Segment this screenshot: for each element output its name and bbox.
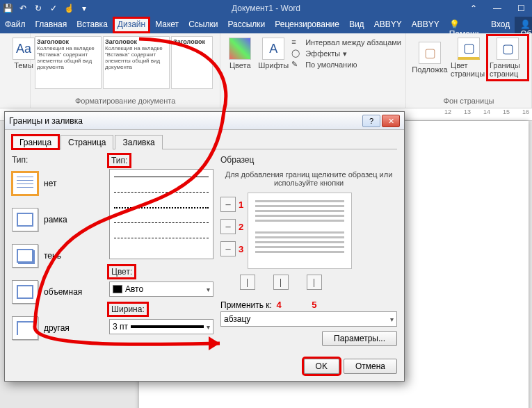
effects-icon: ◯ — [291, 49, 303, 58]
effects-label: Эффекты — [305, 49, 340, 58]
spacing-label: Интервал между абзацами — [305, 38, 401, 47]
fonts-button[interactable]: A Шрифты — [255, 36, 291, 71]
colors-button[interactable]: Цвета — [225, 36, 255, 71]
help-button[interactable]: 💡 Помощь — [444, 17, 486, 33]
border-vmid-toggle[interactable]: │ — [273, 275, 289, 290]
dialog-tab-border[interactable]: Граница — [12, 135, 59, 149]
chevron-down-icon: ▾ — [207, 323, 210, 331]
group-label-formatting: Форматирование документа — [35, 95, 216, 106]
share-button[interactable]: 👤 Общий доступ — [515, 17, 532, 33]
dialog-tab-page[interactable]: Страница — [61, 135, 113, 149]
save-icon[interactable]: 💾 — [3, 3, 13, 13]
tab-view[interactable]: Вид — [344, 17, 369, 33]
annotation-num: 2 — [239, 222, 243, 232]
setting-option-label: тень — [44, 251, 61, 261]
color-dropdown[interactable]: Авто▾ — [109, 281, 213, 297]
sample-label: Образец — [220, 155, 397, 165]
tab-abbyy-1[interactable]: ABBYY — [369, 17, 407, 33]
setting-3d[interactable]: объемная — [12, 280, 102, 304]
width-dropdown[interactable]: 3 пт▾ — [109, 319, 213, 334]
parameters-button[interactable]: Параметры... — [322, 331, 397, 346]
style-label: Тип: — [109, 155, 129, 166]
dialog-tabs: Граница Страница Заливка — [12, 134, 397, 149]
page-borders-icon: ▢ — [497, 38, 519, 60]
default-icon: ✎ — [291, 60, 303, 70]
apply-value: абзацу — [224, 314, 250, 324]
undo-icon[interactable]: ↶ — [18, 3, 28, 13]
watermark-icon: ▢ — [419, 42, 441, 64]
dialog-title: Границы и заливка — [9, 116, 83, 126]
paragraph-spacing-button[interactable]: ≡Интервал между абзацами — [291, 38, 401, 47]
tab-insert[interactable]: Вставка — [72, 17, 113, 33]
border-mid-toggle[interactable]: ─ — [220, 219, 236, 234]
annotation-num: 1 — [239, 199, 243, 210]
dialog-titlebar[interactable]: Границы и заливка ? ✕ — [5, 112, 404, 130]
tab-home[interactable]: Главная — [31, 17, 72, 33]
touch-icon[interactable]: ☝ — [64, 3, 74, 13]
tab-file[interactable]: Файл — [0, 17, 31, 33]
page-borders-button[interactable]: ▢ Границы страниц — [488, 36, 527, 79]
setting-custom[interactable]: другая — [12, 316, 102, 340]
tab-design[interactable]: Дизайн — [113, 17, 150, 33]
style-gallery[interactable]: ЗаголовокКоллекция на вкладке "Вставка" … — [35, 36, 216, 89]
apply-to-dropdown[interactable]: абзацу▾ — [220, 311, 397, 327]
ribbon-tabs: Файл Главная Вставка Дизайн Макет Ссылки… — [0, 17, 532, 33]
ruler-tick: 12 — [444, 108, 451, 115]
fonts-icon: A — [262, 38, 284, 60]
set-default-button[interactable]: ✎По умолчанию — [291, 60, 401, 70]
ribbon-options-icon[interactable]: ⌃ — [465, 3, 482, 13]
dialog-tab-fill[interactable]: Заливка — [115, 135, 162, 149]
dialog-close-icon[interactable]: ✕ — [382, 115, 400, 127]
sample-note: Для добавления границ щелкните образец и… — [220, 170, 397, 187]
annotation-num: 5 — [312, 300, 316, 310]
setting-option-label: другая — [44, 323, 70, 333]
style-listbox[interactable] — [109, 169, 213, 259]
fonts-label: Шрифты — [258, 61, 289, 70]
style-thumb[interactable]: ЗаголовокКоллекция на вкладке "Вставка" … — [35, 36, 102, 89]
border-preview[interactable] — [248, 193, 352, 269]
border-left-toggle[interactable]: │ — [240, 275, 255, 290]
setting-shadow[interactable]: тень — [12, 244, 102, 268]
tab-mailings[interactable]: Рассылки — [223, 17, 270, 33]
ruler-tick: 16 — [522, 108, 529, 115]
width-label: Ширина: — [109, 304, 147, 315]
setting-none[interactable]: нет — [12, 172, 102, 195]
chevron-down-icon: ▾ — [390, 316, 394, 323]
color-value: Авто — [125, 284, 143, 294]
redo-icon[interactable]: ↻ — [33, 3, 43, 13]
tab-review[interactable]: Рецензирование — [270, 17, 344, 33]
border-top-toggle[interactable]: ─ — [220, 197, 236, 212]
colors-icon — [229, 38, 251, 60]
annotation-num: 3 — [239, 244, 243, 254]
group-label-page-bg: Фон страницы — [410, 95, 527, 106]
style-thumb[interactable]: Заголовок — [171, 36, 213, 89]
annotation-num: 4 — [277, 300, 282, 310]
watermark-button[interactable]: ▢ Подложка — [410, 36, 449, 79]
setting-box[interactable]: рамка — [12, 208, 102, 231]
ribbon: Aa Темы ЗаголовокКоллекция на вкладке "В… — [0, 33, 532, 108]
signin-link[interactable]: Вход — [486, 17, 515, 33]
spelling-icon[interactable]: ✓ — [49, 3, 58, 13]
qat-dropdown-icon[interactable]: ▾ — [79, 3, 89, 13]
color-label: Цвет: — [109, 266, 134, 277]
minimize-icon[interactable]: — — [489, 3, 506, 13]
page-borders-label: Границы страниц — [490, 61, 526, 78]
apply-label: Применить к: — [220, 300, 272, 310]
spacing-icon: ≡ — [291, 38, 303, 47]
tab-layout[interactable]: Макет — [150, 17, 184, 33]
style-thumb[interactable]: ЗаголовокКоллекция на вкладке "Вставка" … — [103, 36, 170, 89]
border-bottom-toggle[interactable]: ─ — [220, 241, 236, 256]
setting-option-label: объемная — [44, 287, 82, 297]
border-right-toggle[interactable]: │ — [307, 275, 322, 290]
window-title: Документ1 - Word — [232, 3, 300, 13]
borders-dialog: Границы и заливка ? ✕ Граница Страница З… — [4, 111, 405, 382]
default-label: По умолчанию — [305, 60, 357, 69]
page-color-button[interactable]: ▢ Цвет страницы — [449, 36, 488, 79]
tab-abbyy-2[interactable]: ABBYY — [407, 17, 444, 33]
cancel-button[interactable]: Отмена — [344, 359, 397, 374]
ok-button[interactable]: OK — [304, 359, 339, 374]
tab-references[interactable]: Ссылки — [184, 17, 223, 33]
maximize-icon[interactable]: ☐ — [513, 3, 529, 13]
dialog-help-icon[interactable]: ? — [362, 115, 380, 127]
effects-button[interactable]: ◯Эффекты ▾ — [291, 49, 401, 58]
